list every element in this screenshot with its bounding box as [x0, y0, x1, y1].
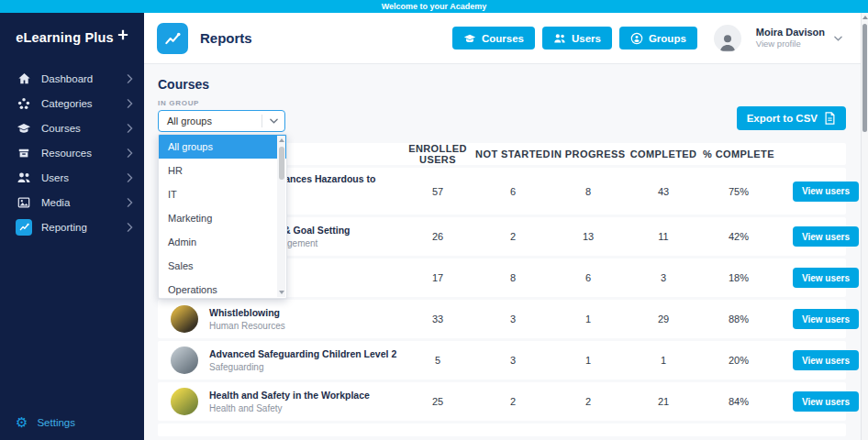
users-button[interactable]: Users [542, 27, 612, 50]
sidebar-item-settings[interactable]: ⚙ Settings [16, 415, 75, 429]
export-csv-label: Export to CSV [747, 113, 818, 124]
graduation-cap-icon [463, 32, 476, 45]
dropdown-scrollbar[interactable] [277, 136, 285, 297]
chevron-right-icon [127, 99, 133, 108]
scroll-up-icon[interactable] [279, 138, 284, 142]
completed-value: 21 [626, 396, 701, 407]
in-progress-value: 8 [551, 186, 626, 197]
not-started-value: 3 [475, 314, 551, 324]
completed-value: 1 [626, 355, 701, 366]
filter-row: All groups All groups HR IT Marketing Ad… [158, 110, 846, 132]
dropdown-option-admin[interactable]: Admin [159, 230, 286, 254]
group-select[interactable]: All groups [158, 110, 285, 132]
graduation-cap-icon [16, 120, 32, 137]
view-users-button[interactable]: View users [793, 268, 859, 288]
scroll-down-icon[interactable] [279, 291, 284, 294]
not-started-value: 6 [475, 186, 551, 197]
file-icon [824, 112, 836, 125]
table-row-partial [158, 424, 846, 436]
enrolled-users-value: 25 [400, 396, 475, 407]
page-scrollbar[interactable] [861, 13, 868, 440]
export-csv-button[interactable]: Export to CSV [737, 106, 846, 130]
welcome-text: Welcome to your Academy [382, 2, 487, 11]
sidebar-item-label: Users [41, 172, 69, 183]
view-users-button[interactable]: View users [793, 350, 859, 370]
course-thumbnail [171, 346, 198, 374]
course-name: Whistleblowing [209, 307, 285, 319]
chevron-right-icon [127, 173, 133, 182]
course-name: Advanced Safeguarding Children Level 2 [209, 348, 396, 360]
section-title: Courses [158, 64, 846, 92]
chevron-right-icon [127, 148, 133, 158]
page-title: Reports [200, 30, 252, 46]
group-dropdown: All groups HR IT Marketing Admin Sales O… [158, 134, 287, 299]
table-row: Health and Safety in the Workplace Healt… [158, 382, 846, 421]
sidebar-item-label: Reporting [41, 222, 87, 233]
completed-value: 3 [626, 272, 701, 283]
chevron-right-icon [127, 223, 133, 232]
welcome-banner: Welcome to your Academy [0, 0, 868, 13]
dropdown-option-all-groups[interactable]: All groups [159, 135, 286, 159]
column-header-enrolled-users: ENROLLED USERS [400, 143, 475, 165]
table-row: Whistleblowing Human Resources 33 3 1 29… [158, 300, 846, 338]
settings-label: Settings [37, 417, 75, 428]
not-started-value: 2 [475, 396, 551, 407]
profile-menu[interactable]: Moira Davison View profile [756, 27, 825, 50]
view-users-button[interactable]: View users [793, 226, 859, 247]
in-progress-value: 2 [551, 396, 626, 407]
sidebar-item-users[interactable]: Users [0, 165, 144, 190]
dropdown-scrollbar-thumb[interactable] [279, 147, 284, 180]
column-header-in-progress: IN PROGRESS [551, 148, 626, 160]
sidebar-item-dashboard[interactable]: Dashboard [0, 66, 144, 91]
sidebar-item-reporting[interactable]: Reporting [0, 214, 144, 239]
dropdown-option-sales[interactable]: Sales [159, 254, 286, 278]
scroll-up-icon[interactable] [862, 16, 868, 19]
sidebar-item-label: Courses [41, 123, 81, 134]
view-users-button[interactable]: View users [793, 182, 859, 202]
dropdown-option-operations[interactable]: Operations [159, 278, 286, 299]
view-profile-label: View profile [756, 38, 825, 50]
sidebar-nav: Dashboard Categories Courses [0, 66, 144, 239]
groups-icon [630, 32, 643, 45]
completed-value: 43 [626, 186, 701, 197]
column-header-pct-complete: % COMPLETE [701, 148, 776, 160]
sidebar-item-label: Resources [41, 148, 92, 159]
sidebar-item-label: Dashboard [41, 73, 93, 84]
course-cell: Health and Safety in the Workplace Healt… [171, 388, 400, 415]
pct-complete-value: 42% [701, 231, 776, 242]
view-users-button[interactable]: View users [793, 309, 859, 329]
groups-button[interactable]: Groups [619, 27, 697, 50]
sidebar-item-categories[interactable]: Categories [0, 91, 144, 116]
enrolled-users-value: 33 [400, 314, 475, 324]
sidebar-item-resources[interactable]: Resources [0, 140, 144, 165]
sidebar: eLearning Plus Dashboard Categories [0, 13, 144, 440]
in-progress-value: 13 [551, 231, 626, 242]
not-started-value: 8 [475, 272, 551, 283]
page-scrollbar-thumb[interactable] [862, 24, 867, 132]
sidebar-item-media[interactable]: Media [0, 190, 144, 214]
dropdown-option-marketing[interactable]: Marketing [159, 206, 286, 230]
users-button-label: Users [572, 33, 601, 44]
chart-icon [16, 219, 32, 236]
view-users-button[interactable]: View users [793, 391, 859, 412]
user-name: Moira Davison [756, 27, 825, 39]
avatar[interactable] [714, 25, 741, 52]
course-category: Health and Safety [209, 403, 370, 413]
sidebar-item-courses[interactable]: Courses [0, 116, 144, 140]
course-thumbnail [171, 305, 198, 333]
dropdown-option-it[interactable]: IT [159, 182, 286, 206]
chevron-right-icon [127, 198, 133, 207]
sidebar-item-label: Categories [41, 98, 93, 109]
home-icon [16, 71, 32, 87]
courses-button[interactable]: Courses [452, 27, 535, 50]
courses-button-label: Courses [482, 33, 524, 44]
photo-icon [16, 194, 32, 211]
dropdown-option-hr[interactable]: HR [159, 159, 286, 182]
pct-complete-value: 84% [701, 396, 776, 407]
archive-box-icon [16, 145, 32, 161]
course-cell: Whistleblowing Human Resources [171, 305, 400, 333]
categories-icon [16, 95, 32, 112]
completed-value: 11 [626, 231, 701, 242]
group-select-value: All groups [167, 116, 212, 126]
chevron-down-icon[interactable] [834, 36, 842, 41]
